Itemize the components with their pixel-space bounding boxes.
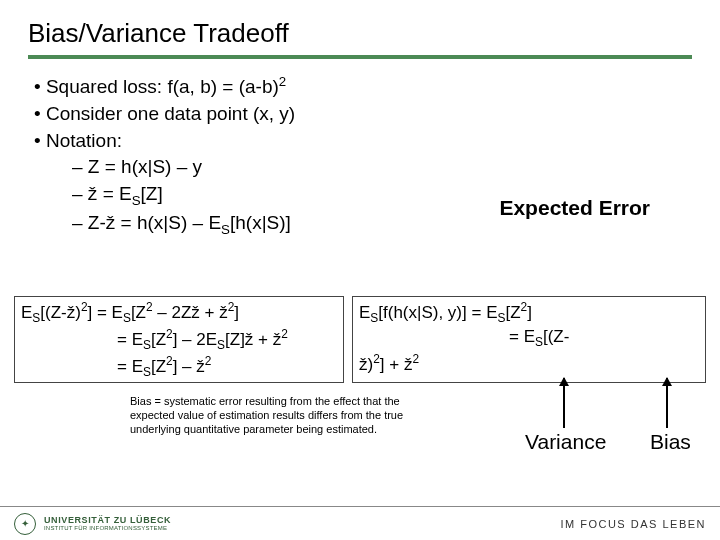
derivation-row: ES[(Z-ž)2] = ES[Z2 – 2Zž + ž2] = ES[Z2] … [14,296,706,383]
derivation-right: ES[f(h(x|S), y)] = ES[Z2] = ES[(Z- ž)2] … [352,296,706,383]
university-subtitle: INSTITUT FÜR INFORMATIONSSYSTEME [44,525,171,531]
footer: ✦ UNIVERSITÄT ZU LÜBECK INSTITUT FÜR INF… [0,506,720,540]
bias-label: Bias [650,430,691,454]
arrow-variance-icon [563,378,565,428]
sub-bullet-z: Z = h(x|S) – y [72,154,692,181]
footer-university: ✦ UNIVERSITÄT ZU LÜBECK INSTITUT FÜR INF… [14,513,171,535]
expected-error-label: Expected Error [499,196,650,220]
bias-definition: Bias = systematic error resulting from t… [130,395,430,436]
bullet-notation: Notation: [34,128,692,155]
university-name: UNIVERSITÄT ZU LÜBECK [44,516,171,525]
derivation-left: ES[(Z-ž)2] = ES[Z2 – 2Zž + ž2] = ES[Z2] … [14,296,344,383]
bullet-squared-loss: Squared loss: f(a, b) = (a-b)2 [34,73,692,101]
slide-title: Bias/Variance Tradeoff [28,18,692,59]
bullet-data-point: Consider one data point (x, y) [34,101,692,128]
arrow-bias-icon [666,378,668,428]
university-seal-icon: ✦ [14,513,36,535]
variance-label: Variance [525,430,606,454]
footer-motto: IM FOCUS DAS LEBEN [560,518,706,530]
